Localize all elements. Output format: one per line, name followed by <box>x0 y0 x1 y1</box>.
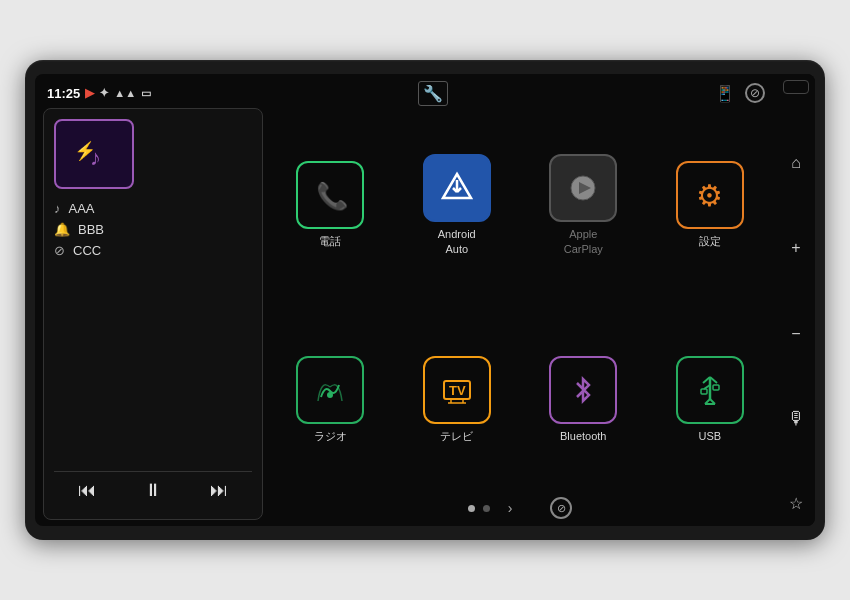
star-button[interactable]: ☆ <box>780 488 812 520</box>
track-list: ♪ AAA 🔔 BBB ⊘ CCC <box>54 201 252 463</box>
no-icon: ⊘ <box>54 243 65 258</box>
android-auto-label: AndroidAuto <box>438 227 476 256</box>
prev-button[interactable]: ⏮ <box>70 476 104 505</box>
album-art: ⚡ ♪ <box>54 119 134 189</box>
android-auto-icon <box>423 154 491 222</box>
radio-icon <box>296 356 364 424</box>
page-dot-1 <box>468 505 475 512</box>
bluetooth-label: Bluetooth <box>560 429 606 443</box>
sidebar-controls: ⌂ + − 🎙 ☆ <box>777 74 815 526</box>
body-area: ⚡ ♪ ♪ AAA 🔔 BBB <box>43 108 769 520</box>
svg-text:📞: 📞 <box>316 180 348 212</box>
clock: 11:25 <box>47 86 80 101</box>
denwa-label: 電話 <box>319 234 341 248</box>
media-controls: ⏮ ⏸ ⏭ <box>54 471 252 509</box>
track-name-1: AAA <box>69 201 95 216</box>
carplay-icon <box>549 154 617 222</box>
app-tv[interactable]: TV テレビ <box>398 310 517 490</box>
denwa-icon: 📞 <box>296 161 364 229</box>
tv-label: テレビ <box>440 429 473 443</box>
bluetooth-icon <box>549 356 617 424</box>
app-carplay[interactable]: AppleCarPlay <box>524 108 643 302</box>
no-signal-icon: ⊘ <box>745 83 765 103</box>
svg-point-9 <box>327 392 333 398</box>
car-stereo-device: 11:25 ▶ ✦ ▲▲ ▭ 🔧 📱 ⊘ <box>25 60 825 540</box>
bell-icon: 🔔 <box>54 222 70 237</box>
track-item-bbb: 🔔 BBB <box>54 222 252 237</box>
svg-rect-19 <box>701 389 707 394</box>
settings-label: 設定 <box>699 234 721 248</box>
app-denwa[interactable]: 📞 電話 <box>271 108 390 302</box>
next-button[interactable]: ⏭ <box>202 476 236 505</box>
svg-text:♪: ♪ <box>90 145 101 170</box>
page-dot-2 <box>483 505 490 512</box>
signal-icon: ▲▲ <box>114 87 136 99</box>
pagination-bar: › ⊘ <box>271 496 769 520</box>
radio-label: ラジオ <box>314 429 347 443</box>
home-button[interactable]: ⌂ <box>780 147 812 179</box>
carplay-label: AppleCarPlay <box>564 227 603 256</box>
plus-button[interactable]: + <box>780 232 812 264</box>
mute-icon[interactable]: ⊘ <box>550 497 572 519</box>
main-screen: 11:25 ▶ ✦ ▲▲ ▭ 🔧 📱 ⊘ <box>35 74 815 526</box>
track-name-3: CCC <box>73 243 101 258</box>
play-status-icon: ▶ <box>85 86 94 100</box>
top-center-icons: 🔧 <box>418 81 448 106</box>
music-note-icon-1: ♪ <box>54 201 61 216</box>
status-bar: 11:25 ▶ ✦ ▲▲ ▭ 🔧 📱 ⊘ <box>43 80 769 108</box>
music-usb-icon: ⚡ ♪ <box>72 129 116 180</box>
track-item-aaa: ♪ AAA <box>54 201 252 216</box>
app-grid-panel: 📞 電話 <box>271 108 769 520</box>
status-right: 📱 ⊘ <box>715 83 765 103</box>
app-radio[interactable]: ラジオ <box>271 310 390 490</box>
track-name-2: BBB <box>78 222 104 237</box>
battery-icon: ▭ <box>141 87 151 100</box>
svg-rect-20 <box>713 385 719 390</box>
usb-label: USB <box>698 429 721 443</box>
media-player-panel: ⚡ ♪ ♪ AAA 🔔 BBB <box>43 108 263 520</box>
bluetooth-status-icon: ✦ <box>99 86 109 100</box>
app-grid: 📞 電話 <box>271 108 769 490</box>
wrench-icon: 🔧 <box>418 81 448 106</box>
app-android-auto[interactable]: AndroidAuto <box>398 108 517 302</box>
page-next-arrow[interactable]: › <box>508 500 513 516</box>
minus-button[interactable]: − <box>780 318 812 350</box>
status-left: 11:25 ▶ ✦ ▲▲ ▭ <box>47 86 151 101</box>
svg-text:TV: TV <box>449 383 466 398</box>
window-button[interactable] <box>783 80 809 94</box>
app-bluetooth[interactable]: Bluetooth <box>524 310 643 490</box>
main-content-area: 11:25 ▶ ✦ ▲▲ ▭ 🔧 📱 ⊘ <box>35 74 777 526</box>
settings-icon: ⚙ <box>676 161 744 229</box>
usb-icon <box>676 356 744 424</box>
track-item-ccc: ⊘ CCC <box>54 243 252 258</box>
mic-button[interactable]: 🎙 <box>780 403 812 435</box>
app-settings[interactable]: ⚙ 設定 <box>651 108 770 302</box>
phone-icon: 📱 <box>715 84 735 103</box>
pause-button[interactable]: ⏸ <box>136 476 170 505</box>
tv-icon: TV <box>423 356 491 424</box>
app-usb[interactable]: USB <box>651 310 770 490</box>
